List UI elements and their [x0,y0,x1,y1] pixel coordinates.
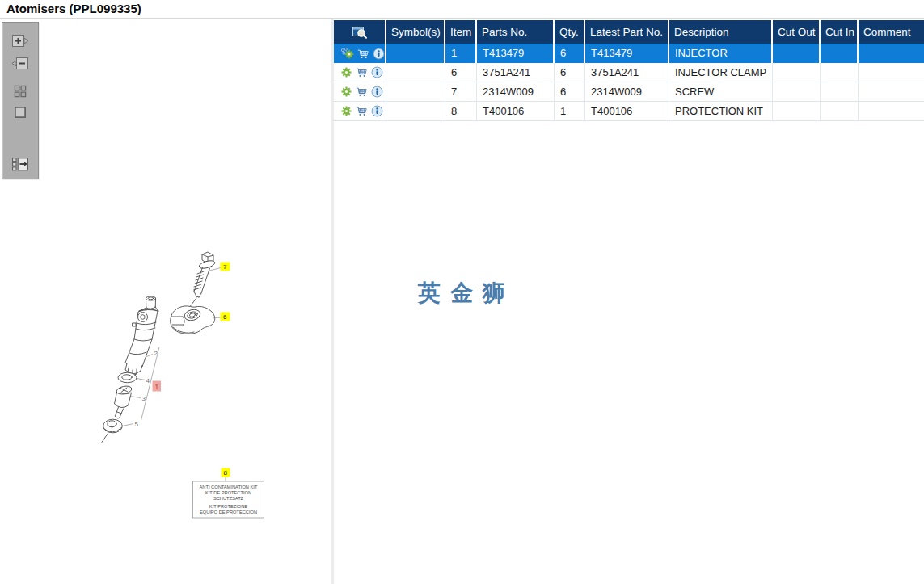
kit-line-3: SCHUTZSATZ [213,496,244,501]
cell-parts-no[interactable]: 3751A241 [477,63,555,82]
row-actions [334,82,386,102]
info-icon[interactable] [373,48,385,60]
toggle-parts-list-icon [10,156,31,172]
cell-qty[interactable]: 6 [555,63,585,82]
cell-symbols[interactable] [386,63,445,82]
cell-comment[interactable] [859,44,924,63]
kit-label-box: ANTI CONTAMINATION KIT KIT DE PROTECTION… [193,481,264,518]
cell-parts-no[interactable]: T413479 [477,44,555,63]
fit-view-button[interactable] [9,103,32,121]
clamp-drawing [171,306,215,334]
row-actions [334,44,386,63]
cell-comment[interactable] [859,63,924,82]
cell-description[interactable]: INJECTOR [669,44,773,63]
info-icon[interactable] [371,66,383,78]
cell-symbols[interactable] [386,102,445,121]
cell-description[interactable]: SCREW [669,82,773,102]
cell-qty[interactable]: 6 [555,44,585,63]
cell-item[interactable]: 7 [445,82,477,102]
row-actions [334,63,386,82]
callout-5[interactable]: 5 [135,421,139,428]
cell-parts-no[interactable]: T400106 [477,102,555,121]
callout-8: 8 [224,469,228,477]
callout-1: 1 [155,383,159,391]
column-header-cut-in[interactable]: Cut In [821,20,859,44]
cell-qty[interactable]: 6 [555,82,585,102]
cell-cut-out[interactable] [773,102,821,121]
injector-exploded-diagram: 2 4 3 5 7 6 8 1 ANTI CONTAMINATION KIT K… [95,242,269,521]
zoom-out-button[interactable] [9,55,32,73]
bolt-drawing [187,252,216,311]
symbol-gear-icon[interactable] [340,48,354,60]
column-header-cut-out[interactable]: Cut Out [773,20,821,44]
tile-view-icon [10,83,31,99]
cell-item[interactable]: 1 [445,44,477,63]
cell-description[interactable]: INJECTOR CLAMP [669,63,773,82]
cell-cut-in[interactable] [821,44,859,63]
callout-6: 6 [223,313,227,321]
zoom-in-button[interactable] [9,32,32,50]
fit-view-icon [10,104,31,120]
cell-comment[interactable] [859,102,924,121]
column-header-symbols[interactable]: Symbol(s) [386,20,445,44]
cell-symbols[interactable] [386,44,445,63]
leader-lines [123,268,226,482]
callout-7-highlight[interactable]: 7 [221,263,230,271]
cell-latest-part-no[interactable]: 2314W009 [585,82,669,102]
column-header-description[interactable]: Description [669,20,773,44]
toggle-parts-list-button[interactable] [9,155,32,173]
gear-icon[interactable] [340,66,352,78]
cell-description[interactable]: PROTECTION KIT [669,102,773,121]
cell-latest-part-no[interactable]: T413479 [585,44,669,63]
kit-line-4: KIT PROTEZIONE [209,504,248,509]
washer-5-drawing [102,419,122,442]
cell-cut-out[interactable] [773,82,821,102]
cell-item[interactable]: 6 [445,63,477,82]
callout-7: 7 [223,263,227,271]
window-titlebar: Atomisers (PPL099335) [0,0,924,18]
row-actions [334,102,386,121]
info-icon[interactable] [371,105,383,117]
cell-symbols[interactable] [386,82,445,102]
kit-line-2: KIT DE PROTECTION [205,490,251,495]
tile-view-button[interactable] [9,82,32,100]
cell-cut-in[interactable] [821,82,859,102]
column-header-item[interactable]: Item [445,20,477,44]
column-header-latest-part-no[interactable]: Latest Part No. [585,20,669,44]
callout-8-highlight[interactable]: 8 [222,468,230,477]
info-icon[interactable] [371,86,383,98]
cell-cut-out[interactable] [773,63,821,82]
cell-comment[interactable] [859,82,924,102]
cell-latest-part-no[interactable]: 3751A241 [585,63,669,82]
cell-cut-in[interactable] [821,63,859,82]
column-header-preview[interactable] [334,20,386,44]
callout-6-highlight[interactable]: 6 [221,313,230,321]
cart-icon[interactable] [356,105,368,117]
preview-search-icon [352,25,368,40]
title-divider [0,18,924,19]
cell-cut-in[interactable] [821,102,859,121]
diagram-toolbar [2,22,39,179]
zoom-out-icon [10,56,31,72]
column-header-parts-no[interactable]: Parts No. [477,20,555,44]
callout-3[interactable]: 3 [142,395,146,402]
cart-icon[interactable] [356,86,368,98]
cell-latest-part-no[interactable]: T400106 [585,102,669,121]
callout-4[interactable]: 4 [146,377,150,384]
parts-table: Symbol(s) Item Parts No. Qty. Latest Par… [334,20,924,121]
cell-parts-no[interactable]: 2314W009 [477,82,555,102]
callout-1-selected[interactable]: 1 [153,381,162,392]
kit-line-1: ANTI CONTAMINATION KIT [200,485,258,489]
washer-4-drawing [118,372,137,382]
cell-cut-out[interactable] [773,44,821,63]
column-header-comment[interactable]: Comment [859,20,924,44]
kit-line-5: EQUIPO DE PROTECCION [200,510,257,515]
callout-2[interactable]: 2 [154,350,158,357]
gear-icon[interactable] [340,86,352,98]
cell-item[interactable]: 8 [445,102,477,121]
cell-qty[interactable]: 1 [555,102,585,121]
column-header-qty[interactable]: Qty. [555,20,585,44]
gear-icon[interactable] [340,105,352,117]
cart-icon[interactable] [356,66,368,78]
cart-icon[interactable] [357,48,369,60]
